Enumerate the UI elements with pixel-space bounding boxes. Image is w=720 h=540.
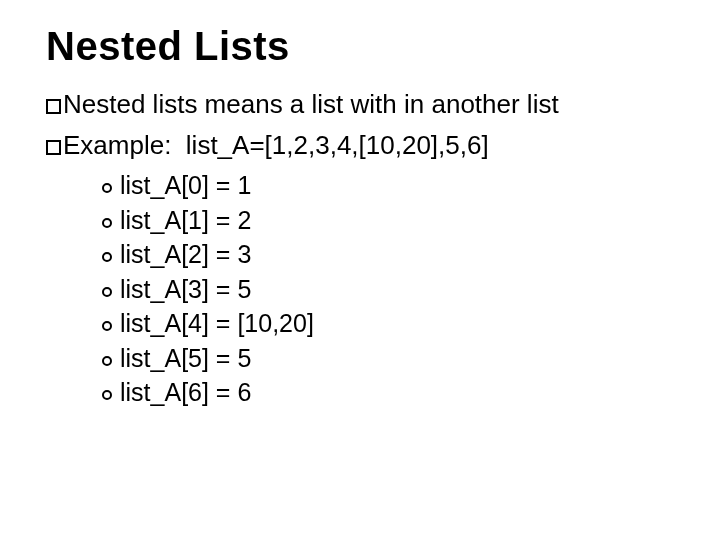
list-item-text: list_A[6] = 6 bbox=[120, 378, 251, 406]
list-item: list_A[0] = 1 bbox=[102, 169, 674, 202]
example-label: Example: bbox=[63, 130, 171, 160]
index-list: list_A[0] = 1 list_A[1] = 2 list_A[2] = … bbox=[102, 169, 674, 409]
list-item: list_A[4] = [10,20] bbox=[102, 307, 674, 340]
list-item: list_A[1] = 2 bbox=[102, 204, 674, 237]
list-item: list_A[3] = 5 bbox=[102, 273, 674, 306]
circle-bullet-icon bbox=[102, 356, 112, 366]
list-item: list_A[2] = 3 bbox=[102, 238, 674, 271]
list-item-text: list_A[1] = 2 bbox=[120, 206, 251, 234]
circle-bullet-icon bbox=[102, 287, 112, 297]
list-item-text: list_A[5] = 5 bbox=[120, 344, 251, 372]
circle-bullet-icon bbox=[102, 252, 112, 262]
circle-bullet-icon bbox=[102, 218, 112, 228]
square-bullet-icon bbox=[46, 140, 61, 155]
list-item-text: list_A[0] = 1 bbox=[120, 171, 251, 199]
circle-bullet-icon bbox=[102, 390, 112, 400]
bullet-point-definition: Nested lists means a list with in anothe… bbox=[46, 87, 674, 122]
list-item: list_A[6] = 6 bbox=[102, 376, 674, 409]
list-item-text: list_A[4] = [10,20] bbox=[120, 309, 314, 337]
bullet-text: Nested lists means a list with in anothe… bbox=[63, 89, 559, 119]
slide-title: Nested Lists bbox=[46, 24, 674, 69]
slide-body: Nested lists means a list with in anothe… bbox=[46, 87, 674, 409]
list-item-text: list_A[3] = 5 bbox=[120, 275, 251, 303]
list-item: list_A[5] = 5 bbox=[102, 342, 674, 375]
slide: Nested Lists Nested lists means a list w… bbox=[0, 0, 720, 540]
example-code: list_A=[1,2,3,4,[10,20],5,6] bbox=[186, 130, 489, 160]
list-item-text: list_A[2] = 3 bbox=[120, 240, 251, 268]
square-bullet-icon bbox=[46, 99, 61, 114]
bullet-point-example: Example: list_A=[1,2,3,4,[10,20],5,6] bbox=[46, 128, 674, 163]
circle-bullet-icon bbox=[102, 321, 112, 331]
circle-bullet-icon bbox=[102, 183, 112, 193]
